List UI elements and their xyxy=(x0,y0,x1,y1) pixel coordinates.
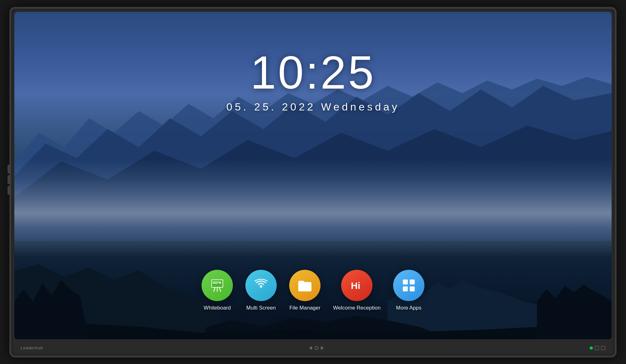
power-indicator xyxy=(590,346,593,350)
tv-screen: 10:25 05. 25. 2022 Wednesday xyxy=(14,12,612,339)
filemanager-label: File Manager xyxy=(289,305,320,311)
whiteboard-icon xyxy=(209,277,226,294)
welcome-icon: Hi xyxy=(348,277,365,294)
tv-bottom: Leaderhub xyxy=(14,342,612,354)
bottom-indicators xyxy=(590,346,605,350)
side-buttons xyxy=(8,165,10,195)
svg-rect-20 xyxy=(403,286,408,291)
multiscreen-label: Multi Screen xyxy=(246,305,276,311)
apps-row: Whiteboard Multi Screen xyxy=(202,270,424,311)
brand-logo: Leaderhub xyxy=(21,346,43,350)
whiteboard-label: Whiteboard xyxy=(204,305,231,311)
svg-line-13 xyxy=(214,288,215,291)
app-whiteboard[interactable]: Whiteboard xyxy=(202,270,233,311)
svg-rect-19 xyxy=(410,279,415,285)
svg-text:Hi: Hi xyxy=(351,280,360,291)
forward-btn[interactable] xyxy=(321,346,324,350)
home-btn[interactable] xyxy=(315,346,318,350)
svg-rect-21 xyxy=(410,286,415,291)
whiteboard-icon-bg xyxy=(202,270,233,301)
multiscreen-icon xyxy=(253,277,269,294)
side-btn-1[interactable] xyxy=(8,165,10,173)
input-icon[interactable] xyxy=(601,346,605,350)
app-multiscreen[interactable]: Multi Screen xyxy=(245,270,277,311)
filemanager-icon-bg xyxy=(289,270,321,301)
bottom-nav xyxy=(309,346,324,350)
back-btn[interactable] xyxy=(309,346,312,350)
multiscreen-icon-bg xyxy=(245,270,277,301)
settings-icon[interactable] xyxy=(595,346,599,350)
tv-frame: 10:25 05. 25. 2022 Wednesday xyxy=(9,7,617,357)
svg-rect-18 xyxy=(403,279,408,285)
welcome-icon-bg: Hi xyxy=(341,270,372,301)
svg-line-14 xyxy=(219,288,221,291)
svg-point-16 xyxy=(260,285,262,288)
app-moreapps[interactable]: More Apps xyxy=(393,270,424,311)
clock-display: 10:25 xyxy=(250,49,376,96)
filemanager-icon xyxy=(296,277,313,294)
moreapps-label: More Apps xyxy=(396,305,421,311)
screen-content: 10:25 05. 25. 2022 Wednesday xyxy=(14,12,612,339)
welcome-label: Welcome Reception xyxy=(333,305,381,311)
moreapps-icon-bg xyxy=(393,270,424,301)
side-btn-2[interactable] xyxy=(8,175,10,184)
moreapps-icon xyxy=(400,277,417,294)
app-filemanager[interactable]: File Manager xyxy=(289,270,321,311)
date-display: 05. 25. 2022 Wednesday xyxy=(226,101,399,113)
app-welcome[interactable]: Hi Welcome Reception xyxy=(333,270,381,311)
side-btn-3[interactable] xyxy=(8,186,10,195)
